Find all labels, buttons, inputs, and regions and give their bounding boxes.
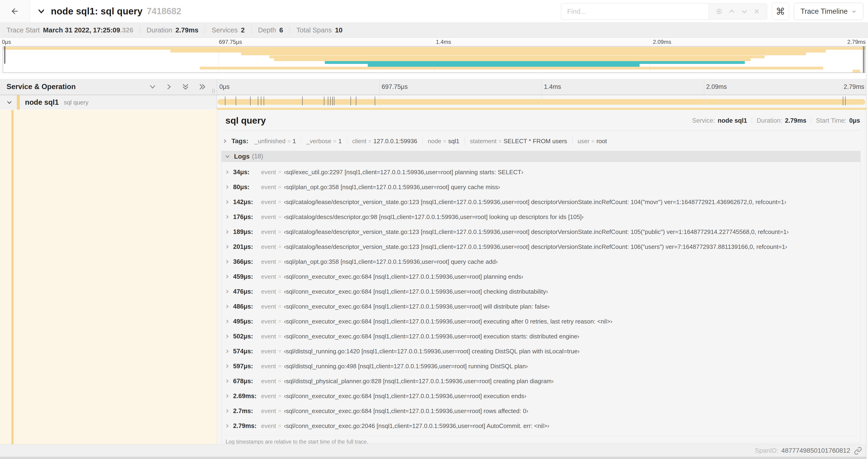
expand-one-icon[interactable] — [165, 83, 173, 91]
minimap-span-row — [170, 50, 826, 53]
span-log-tick[interactable] — [236, 97, 236, 105]
divider — [422, 137, 423, 145]
find-next-icon[interactable] — [740, 7, 748, 15]
minimap-span-row — [3, 47, 865, 50]
column-resizer[interactable] — [212, 89, 214, 93]
chevron-right-icon — [222, 138, 228, 144]
span-log-tick[interactable] — [375, 97, 375, 105]
collapse-trace-chevron[interactable] — [37, 7, 46, 15]
tag-item: user=root — [578, 138, 607, 145]
log-row[interactable]: 366μs:event=‹sql/plan_opt.go:358 [nsql1,… — [221, 254, 860, 269]
log-row[interactable]: 495μs:event=‹sql/conn_executor_exec.go:6… — [221, 314, 860, 329]
log-row[interactable]: 476μs:event=‹sql/conn_executor_exec.go:6… — [221, 284, 860, 299]
log-row[interactable]: 201μs:event=‹sql/catalog/lease/descripto… — [221, 239, 860, 254]
log-row[interactable]: 80μs:event=‹sql/plan_opt.go:358 [nsql1,c… — [221, 179, 860, 195]
log-field-key: event — [261, 273, 276, 280]
collapse-all-icon[interactable] — [181, 83, 190, 91]
timeline-ruler: 0μs697.75μs1.4ms2.09ms2.79ms — [217, 79, 866, 95]
span-log-tick[interactable] — [302, 97, 303, 105]
tag-item: _unfinished=1 — [254, 138, 296, 145]
log-row[interactable]: 678μs:event=‹sql/distsql_physical_planne… — [221, 374, 860, 389]
log-field-key: event — [261, 228, 276, 236]
span-log-tick[interactable] — [350, 97, 351, 105]
log-field-value: ‹sql/conn_executor_exec.go:684 [nsql1,cl… — [284, 273, 523, 280]
span-log-tick[interactable] — [264, 97, 264, 105]
span-log-tick[interactable] — [356, 97, 356, 105]
log-row[interactable]: 34μs:event=‹sql/exec_util.go:2297 [nsql1… — [221, 165, 860, 179]
log-row[interactable]: 176μs:event=‹sql/catalog/descs/descripto… — [221, 209, 860, 224]
log-field-key: event — [261, 258, 276, 265]
minimap-left-scrubber[interactable] — [4, 46, 5, 64]
trace-minimap: 0μs697.75μs1.4ms2.09ms2.79ms — [0, 38, 868, 74]
log-row[interactable]: 2.69ms:event=‹sql/conn_executor_exec.go:… — [221, 389, 860, 403]
log-field-key: event — [261, 393, 276, 400]
span-log-tick[interactable] — [330, 97, 331, 105]
chevron-right-icon — [225, 199, 230, 204]
back-button[interactable] — [0, 0, 30, 22]
log-row[interactable]: 189μs:event=‹sql/catalog/lease/descripto… — [221, 224, 860, 239]
find-prev-icon[interactable] — [728, 7, 736, 15]
tags-accordion[interactable]: Tags: _unfinished=1_verbose=1client=127.… — [222, 135, 860, 147]
trace-start: Trace Start March 31 2022, 17:25:09 .326 — [6, 26, 133, 34]
log-row[interactable]: 486μs:event=‹sql/conn_executor_exec.go:6… — [221, 299, 860, 314]
tags-list: _unfinished=1_verbose=1client=127.0.0.1:… — [254, 137, 607, 145]
log-timestamp: 189μs: — [233, 228, 257, 236]
minimap-time-label: 697.75μs — [219, 39, 242, 45]
link-icon[interactable] — [854, 447, 862, 455]
vertical-scrollbar[interactable] — [866, 74, 868, 459]
log-row[interactable]: 142μs:event=‹sql/catalog/lease/descripto… — [221, 195, 860, 209]
log-field-value: ‹sql/distsql_physical_planner.go:828 [ns… — [284, 378, 554, 385]
span-log-tick[interactable] — [225, 97, 225, 105]
span-detail-panel: sql query Service: node sql1 Duration: 2… — [217, 110, 866, 444]
minimap-span-row — [325, 61, 745, 64]
chevron-right-icon — [225, 214, 230, 220]
locate-icon[interactable] — [715, 7, 723, 15]
divider — [225, 130, 860, 131]
logs-accordion: Logs (18) 34μs:event=‹sql/exec_util.go:2… — [221, 151, 861, 443]
log-timestamp: 80μs: — [233, 184, 257, 191]
log-row[interactable]: 2.7ms:event=‹sql/conn_executor_exec.go:6… — [221, 403, 860, 418]
span-log-tick[interactable] — [324, 97, 324, 105]
log-row[interactable]: 597μs:event=‹sql/distsql_running.go:498 … — [221, 359, 860, 374]
span-detail-overview: Service: node sql1 Duration: 2.79ms Star… — [692, 117, 860, 124]
divider — [301, 137, 301, 145]
chevron-right-icon — [225, 274, 230, 279]
collapse-one-icon[interactable] — [149, 83, 157, 91]
span-row-name-cell[interactable]: node sql1 sql query — [0, 95, 217, 110]
span-log-tick[interactable] — [334, 97, 334, 105]
trace-id: 7418682 — [147, 6, 181, 16]
span-duration-bar[interactable] — [217, 99, 865, 105]
logs-list: 34μs:event=‹sql/exec_util.go:2297 [nsql1… — [221, 162, 860, 433]
keyboard-shortcuts-button[interactable]: ⌘ — [772, 3, 789, 20]
row-gridline — [541, 95, 542, 108]
expand-all-icon[interactable] — [198, 83, 207, 91]
tag-item: client=127.0.0.1:59936 — [352, 138, 417, 145]
logs-accordion-header[interactable]: Logs (18) — [221, 151, 860, 162]
chevron-right-icon — [225, 408, 230, 414]
log-field-key: event — [261, 407, 276, 415]
log-row[interactable]: 2.79ms:event=‹sql/conn_executor_exec.go:… — [221, 418, 860, 433]
span-log-tick[interactable] — [845, 97, 846, 105]
log-field-value: ‹sql/conn_executor_exec.go:684 [nsql1,cl… — [284, 318, 613, 325]
find-input[interactable] — [561, 3, 708, 20]
span-log-tick[interactable] — [328, 97, 328, 105]
span-log-tick[interactable] — [843, 97, 843, 105]
minimap-right-scrubber[interactable] — [863, 46, 865, 73]
span-log-tick[interactable] — [258, 97, 258, 105]
span-detail-title: sql query — [225, 116, 692, 126]
span-id-bar: SpanID: 4877749850101760812 — [0, 444, 868, 457]
minimap-canvas[interactable] — [3, 46, 866, 73]
log-row[interactable]: 459μs:event=‹sql/conn_executor_exec.go:6… — [221, 269, 860, 284]
arrow-left-icon — [10, 6, 20, 16]
chevron-down-icon[interactable] — [6, 99, 12, 106]
trace-view-selector[interactable]: Trace Timeline — [794, 3, 863, 20]
clear-find-icon[interactable] — [753, 8, 761, 15]
log-row[interactable]: 502μs:event=‹sql/conn_executor_exec.go:6… — [221, 329, 860, 344]
log-row[interactable]: 574μs:event=‹sql/distsql_running.go:1420… — [221, 344, 860, 359]
ruler-gridline — [704, 79, 704, 95]
span-log-tick[interactable] — [261, 97, 261, 105]
span-log-tick[interactable] — [332, 97, 333, 105]
span-log-tick[interactable] — [250, 97, 251, 105]
span-row-timeline-cell[interactable] — [217, 95, 866, 108]
log-field-key: event — [261, 333, 276, 340]
